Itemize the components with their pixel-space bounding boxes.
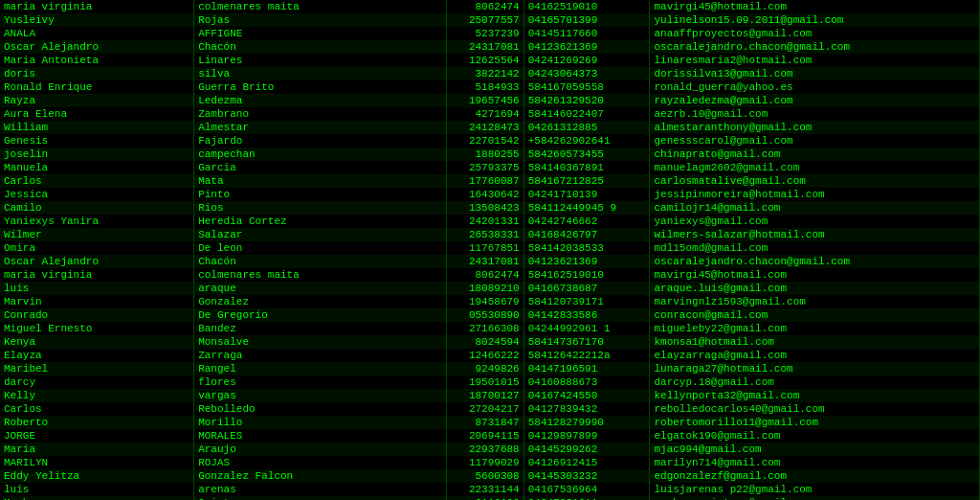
table-cell: +584262902641: [523, 134, 650, 148]
table-row: ElayzaZarraga12466222584126422212aelayza…: [0, 349, 980, 362]
table-row: KenyaMonsalve8024594584147367170kmonsa1@…: [0, 335, 980, 349]
table-cell: MARILYN: [0, 456, 194, 469]
table-cell: Camilo: [0, 201, 194, 215]
table-cell: 04247021611: [523, 496, 650, 500]
table-cell: Oscar Alejandro: [0, 40, 194, 54]
table-row: CarlosMata17760087584167212825carlosmata…: [0, 174, 980, 188]
table-cell: maria virginia: [0, 0, 194, 13]
table-cell: migueleby22@gmail.com: [650, 322, 980, 335]
table-row: Ronald EnriqueGuerra Brito51849335841670…: [0, 80, 980, 94]
table-cell: 1880255: [446, 148, 523, 161]
table-cell: 584128279990: [523, 416, 650, 429]
table-cell: Ronald Enrique: [0, 80, 194, 94]
table-cell: 04165701399: [523, 13, 650, 27]
table-cell: Rojas: [194, 13, 446, 27]
table-row: luisarenas2233114404167536964luisjarenas…: [0, 483, 980, 496]
table-cell: Miguel Ernesto: [0, 322, 194, 335]
table-cell: arenas: [194, 483, 446, 496]
table-cell: 04129897899: [523, 429, 650, 443]
table-row: Oscar AlejandroChacón2431708104123621369…: [0, 255, 980, 268]
table-cell: 20694115: [446, 429, 523, 443]
table-cell: kmonsa1@hotmail.com: [650, 335, 980, 349]
table-cell: linaresmaria2@hotmail.com: [650, 54, 980, 67]
table-cell: 04126912415: [523, 456, 650, 469]
table-cell: marilyn714@gmail.com: [650, 456, 980, 469]
table-row: joselincampechan1880255584260573455china…: [0, 148, 980, 161]
table-cell: 18700127: [446, 389, 523, 402]
table-cell: William: [0, 121, 194, 134]
table-cell: Marvin: [0, 295, 194, 308]
table-cell: 6116196: [446, 496, 523, 500]
table-cell: colmenares maita: [194, 0, 446, 13]
table-cell: 5184933: [446, 80, 523, 94]
table-cell: carlosmatalive@gmail.com: [650, 174, 980, 188]
table-cell: 584260573455: [523, 148, 650, 161]
table-cell: elgatok190@gmail.com: [650, 429, 980, 443]
table-cell: Genesis: [0, 134, 194, 148]
table-cell: yaniexys@gmail.com: [650, 215, 980, 228]
table-cell: Zarraga: [194, 349, 446, 362]
table-cell: 8062474: [446, 0, 523, 13]
table-cell: Morillo: [194, 416, 446, 429]
table-cell: rebolledocarlos40@gmail.com: [650, 402, 980, 416]
table-cell: Carlos: [0, 402, 194, 416]
table-cell: 18089210: [446, 282, 523, 295]
table-cell: araque: [194, 282, 446, 295]
table-row: Maria AntonietaLinares126255640424126926…: [0, 54, 980, 67]
table-cell: conracon@gmail.com: [650, 308, 980, 322]
table-cell: 04261312885: [523, 121, 650, 134]
table-cell: Rios: [194, 201, 446, 215]
table-cell: darcy: [0, 375, 194, 389]
table-cell: 24317081: [446, 40, 523, 54]
table-cell: 04241710139: [523, 188, 650, 201]
table-row: YusleivyRojas2507755704165701399yulinels…: [0, 13, 980, 27]
table-cell: 25793375: [446, 161, 523, 174]
table-cell: Ledezma: [194, 94, 446, 107]
table-cell: Mata: [194, 174, 446, 188]
table-cell: 04127839432: [523, 402, 650, 416]
table-row: GenesisFajardo22701542+584262902641genes…: [0, 134, 980, 148]
table-cell: 584126422212a: [523, 349, 650, 362]
table-cell: Linares: [194, 54, 446, 67]
table-cell: kellynporta32@gmail.com: [650, 389, 980, 402]
table-cell: 04147196591: [523, 362, 650, 375]
table-cell: Heredia Cortez: [194, 215, 446, 228]
table-row: maria virginiacolmenares maita8062474584…: [0, 268, 980, 282]
table-cell: 04243064373: [523, 67, 650, 80]
table-cell: JORGE: [0, 429, 194, 443]
table-cell: ronald_guerra@yahoo.es: [650, 80, 980, 94]
table-cell: 11767851: [446, 241, 523, 255]
table-cell: 4271694: [446, 107, 523, 121]
table-cell: Araujo: [194, 443, 446, 456]
table-cell: 24201331: [446, 215, 523, 228]
table-cell: Monsalve: [194, 335, 446, 349]
table-row: MarbeyaQuintero611619604247021611marbeya…: [0, 496, 980, 500]
table-cell: MORALES: [194, 429, 446, 443]
table-cell: Pinto: [194, 188, 446, 201]
table-cell: wilmers-salazar@hotmail.com: [650, 228, 980, 241]
table-cell: 04166738687: [523, 282, 650, 295]
table-cell: flores: [194, 375, 446, 389]
table-row: JessicaPinto1643064204241710139jessipinm…: [0, 188, 980, 201]
table-cell: 04160888673: [523, 375, 650, 389]
table-cell: 04123621369: [523, 255, 650, 268]
table-cell: mdl15omd@gmail.com: [650, 241, 980, 255]
table-cell: Oscar Alejandro: [0, 255, 194, 268]
table-row: RobertoMorillo8731847584128279990roberto…: [0, 416, 980, 429]
table-cell: Carlos: [0, 174, 194, 188]
table-row: ConradoDe Gregorio0553089004142833586con…: [0, 308, 980, 322]
table-cell: 17760087: [446, 174, 523, 188]
table-cell: Aura Elena: [0, 107, 194, 121]
table-cell: 05530890: [446, 308, 523, 322]
table-cell: campechan: [194, 148, 446, 161]
data-table: maria virginiacolmenares maita8062474041…: [0, 0, 980, 500]
table-cell: Rangel: [194, 362, 446, 375]
table-cell: Quintero: [194, 496, 446, 500]
table-cell: silva: [194, 67, 446, 80]
table-cell: yulinelson15.09.2011@gmail.com: [650, 13, 980, 27]
table-cell: 584261329520: [523, 94, 650, 107]
table-cell: mavirgi45@hotmail.com: [650, 0, 980, 13]
table-cell: Salazar: [194, 228, 446, 241]
table-row: ManuelaGarcia25793375584140367891manuela…: [0, 161, 980, 174]
table-cell: aezrb.10@gmail.com: [650, 107, 980, 121]
